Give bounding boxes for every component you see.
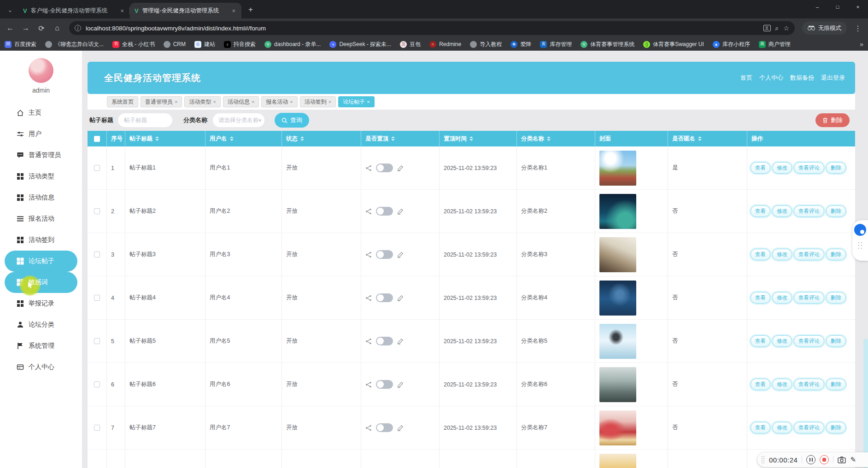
sidebar-item-6[interactable]: 活动签到	[0, 229, 82, 251]
sidebar-item-8[interactable]: 敏感词	[5, 272, 77, 293]
extension-ball-icon[interactable]	[854, 224, 866, 236]
edit-button[interactable]: 修改	[772, 249, 792, 260]
page-info-icon[interactable]: i	[75, 25, 81, 31]
bookmark-item[interactable]: V dashboard - 录单...	[264, 41, 321, 48]
bookmark-item[interactable]: 豆 豆包	[400, 41, 421, 48]
reload-button[interactable]: ⟳	[35, 22, 48, 35]
sidebar-item-0[interactable]: 主页	[0, 102, 82, 123]
view-comments-button[interactable]: 查看评论	[794, 205, 824, 217]
row-checkbox[interactable]	[94, 381, 100, 387]
floating-extension-widget[interactable]	[852, 220, 868, 261]
bookmark-item[interactable]: 田 百度搜索	[5, 41, 36, 48]
work-tab-2[interactable]: 活动类型 ×	[184, 96, 220, 107]
header-link-0[interactable]: 首页	[740, 74, 752, 82]
browser-tab-0[interactable]: V 客户端-全民健身活动管理系统 ×	[18, 3, 130, 18]
edit-button[interactable]: 修改	[772, 292, 792, 304]
cover-image[interactable]	[599, 281, 636, 316]
bookmark-item[interactable]: ❋ 爱降	[510, 41, 531, 48]
view-button[interactable]: 查看	[751, 249, 770, 260]
share-icon[interactable]	[365, 338, 372, 345]
bookmark-item[interactable]: G 建站	[194, 41, 215, 48]
share-icon[interactable]	[365, 208, 372, 215]
view-comments-button[interactable]: 查看评论	[794, 335, 824, 347]
recorder-drag-handle[interactable]	[761, 456, 765, 464]
view-button[interactable]: 查看	[751, 422, 770, 433]
share-icon[interactable]	[365, 165, 372, 171]
edit-button[interactable]: 修改	[772, 335, 792, 347]
view-comments-button[interactable]: 查看评论	[794, 162, 824, 174]
edit-button[interactable]: 修改	[772, 379, 792, 390]
edit-pencil-icon[interactable]	[397, 208, 404, 215]
header-link-1[interactable]: 个人中心	[759, 74, 783, 82]
row-checkbox[interactable]	[94, 165, 100, 171]
edit-button[interactable]: 修改	[772, 205, 792, 217]
sidebar-item-1[interactable]: 用户	[0, 123, 82, 145]
sidebar-item-9[interactable]: 举报记录	[0, 293, 82, 314]
bookmark-item[interactable]: ♪ 抖音搜索	[224, 41, 256, 48]
new-tab-button[interactable]: +	[244, 3, 257, 16]
sort-carets-icon[interactable]	[698, 136, 702, 141]
edit-pencil-icon[interactable]	[397, 381, 404, 388]
cover-image[interactable]	[599, 194, 636, 229]
sort-carets-icon[interactable]	[300, 136, 304, 141]
row-checkbox[interactable]	[94, 252, 100, 257]
pin-toggle[interactable]	[376, 293, 393, 302]
back-button[interactable]: ←	[4, 22, 17, 35]
view-button[interactable]: 查看	[751, 379, 770, 390]
window-close-button[interactable]: ×	[848, 0, 868, 14]
sort-carets-icon[interactable]	[391, 136, 395, 141]
pin-toggle[interactable]	[376, 207, 393, 216]
view-comments-button[interactable]: 查看评论	[794, 249, 824, 260]
pin-toggle[interactable]	[376, 380, 393, 389]
edit-pencil-icon[interactable]	[397, 165, 404, 171]
window-maximize-button[interactable]: □	[827, 0, 848, 14]
edit-pencil-icon[interactable]	[397, 252, 404, 258]
sort-carets-icon[interactable]	[230, 136, 234, 141]
delete-row-button[interactable]: 删除	[826, 335, 846, 347]
row-checkbox[interactable]	[94, 208, 100, 214]
tab-close-icon[interactable]: ×	[119, 7, 125, 14]
browser-menu-icon[interactable]: ⋮	[851, 22, 864, 35]
delete-row-button[interactable]: 删除	[826, 249, 846, 260]
bookmark-item[interactable]: 库 库存管理	[540, 41, 572, 48]
translate-icon[interactable]: 文	[763, 25, 771, 31]
sidebar-item-2[interactable]: 普通管理员	[0, 145, 82, 166]
sidebar-item-5[interactable]: 报名活动	[0, 208, 82, 229]
tab-search-chevron-icon[interactable]: ⌄	[4, 3, 17, 16]
header-link-3[interactable]: 退出登录	[821, 74, 845, 82]
search-button[interactable]: 查询	[275, 113, 309, 128]
share-icon[interactable]	[365, 295, 372, 301]
scrollbar-thumb[interactable]	[863, 339, 868, 468]
title-filter-input[interactable]	[118, 113, 172, 127]
sidebar-item-10[interactable]: 论坛分类	[0, 314, 82, 335]
close-icon[interactable]: ×	[175, 99, 177, 105]
pin-toggle[interactable]	[376, 337, 393, 345]
drag-handle-icon[interactable]	[857, 241, 863, 250]
forward-button[interactable]: →	[19, 22, 32, 35]
row-checkbox[interactable]	[94, 338, 100, 344]
delete-button[interactable]: 删除	[815, 113, 850, 127]
avatar[interactable]	[29, 58, 53, 83]
sidebar-item-4[interactable]: 活动信息	[0, 187, 82, 208]
bookmark-item[interactable]: 导入教程	[470, 41, 502, 48]
stop-recording-button[interactable]	[820, 455, 829, 464]
sort-carets-icon[interactable]	[547, 136, 551, 141]
address-bar[interactable]: i localhost:8080/springbootavwmry8v/admi…	[69, 21, 795, 35]
edit-pencil-icon[interactable]	[397, 425, 404, 431]
bookmark-item[interactable]: ▲ 库存小程序	[713, 41, 750, 48]
close-icon[interactable]: ×	[328, 99, 331, 105]
bookmark-item[interactable]: {} 体育赛事Swagger UI	[643, 41, 704, 48]
bookmark-item[interactable]: ◖ DeepSeek - 探索未...	[329, 41, 391, 48]
tab-close-icon[interactable]: ×	[230, 7, 237, 14]
delete-row-button[interactable]: 删除	[826, 162, 846, 174]
close-icon[interactable]: ×	[290, 99, 293, 105]
share-icon[interactable]	[365, 381, 372, 388]
work-tab-5[interactable]: 活动签到 ×	[300, 96, 336, 107]
cover-image[interactable]	[599, 454, 636, 468]
edit-pencil-icon[interactable]	[397, 295, 404, 301]
view-comments-button[interactable]: 查看评论	[794, 292, 824, 304]
bookmark-item[interactable]: 商 商户管理	[759, 41, 791, 48]
work-tab-3[interactable]: 活动信息 ×	[223, 96, 259, 107]
bookmarks-overflow-chevron[interactable]: »	[860, 41, 863, 48]
window-minimize-button[interactable]: –	[807, 0, 827, 14]
